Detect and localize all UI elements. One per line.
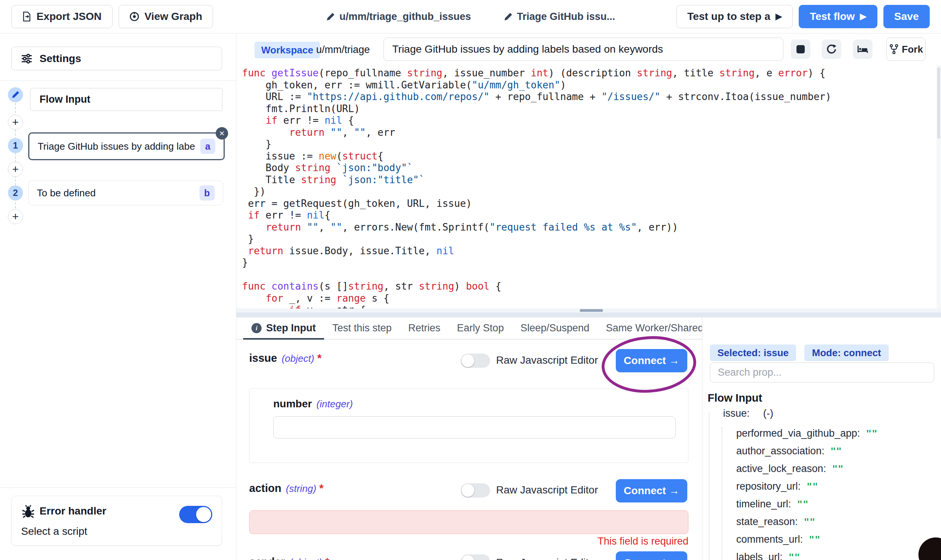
flow-title-edit[interactable]: Triage GitHub issu... <box>503 11 615 23</box>
script-path: u/mm/triage <box>316 44 370 56</box>
tree-indent-guide <box>709 412 710 560</box>
code-vertical-scrollbar[interactable] <box>936 65 941 308</box>
topbar: Export JSON View Graph u/mm/triage_githu… <box>0 0 941 34</box>
step-input-panel: i Step Input Test this step Retries Earl… <box>236 317 702 560</box>
tab-early-stop[interactable]: Early Stop <box>449 317 512 339</box>
remove-step-button[interactable]: ✕ <box>216 127 228 140</box>
flow-input-prop[interactable]: active_lock_reason:"" <box>736 460 878 478</box>
connect-panel: Selected: issue Mode: connect Flow Input… <box>702 317 941 560</box>
error-handler-card[interactable]: Error handler Select a script <box>11 496 222 546</box>
add-step-button[interactable]: + <box>8 115 23 130</box>
tab-retries[interactable]: Retries <box>400 317 449 339</box>
step-number: 2 <box>8 185 23 200</box>
flow-input-prop[interactable]: comments_url:"" <box>736 531 878 548</box>
save-button[interactable]: Save <box>883 5 930 28</box>
raw-editor-toggle-issue[interactable] <box>461 354 490 368</box>
action-input-invalid[interactable] <box>249 510 688 534</box>
flow-input-prop[interactable]: author_association:"" <box>736 442 878 460</box>
bed-icon <box>857 44 868 55</box>
raw-editor-label: Raw Javascript Editor <box>496 557 598 560</box>
test-up-to-step-button[interactable]: Test up to step a▶ <box>676 5 793 28</box>
connect-button-sender[interactable]: Connect → <box>616 551 687 560</box>
export-json-button[interactable]: Export JSON <box>11 5 113 28</box>
play-icon: ▶ <box>860 12 867 22</box>
git-fork-icon <box>889 44 899 55</box>
flow-input-prop[interactable]: state_reason:"" <box>736 513 878 531</box>
search-prop-input[interactable] <box>710 363 934 383</box>
flow-input-prop[interactable]: performed_via_github_app:"" <box>736 425 878 442</box>
view-graph-button[interactable]: View Graph <box>119 5 213 28</box>
refresh-icon <box>826 44 837 55</box>
bug-icon <box>21 504 35 520</box>
step-label: Triage GitHub issues by adding labels ..… <box>38 141 196 152</box>
error-handler-script[interactable]: Select a script <box>21 525 87 537</box>
eye-icon <box>130 12 139 22</box>
panel-splitter[interactable] <box>236 312 941 317</box>
play-icon: ▶ <box>775 12 782 22</box>
workspace-badge[interactable]: Workspace <box>255 42 320 58</box>
sidebar-divider <box>0 80 236 81</box>
tab-test-this-step[interactable]: Test this step <box>324 317 400 339</box>
refresh-button[interactable] <box>822 40 841 59</box>
stop-button[interactable] <box>791 40 810 59</box>
connect-button-action[interactable]: Connect → <box>616 479 687 503</box>
settings-button[interactable]: Settings <box>11 47 222 70</box>
flow-input-node[interactable]: Flow Input <box>30 88 222 111</box>
error-handler-toggle[interactable] <box>179 506 212 523</box>
pencil-icon <box>326 12 335 22</box>
flow-sidebar: Settings Flow Input + Triage GitHub issu… <box>0 34 236 560</box>
step-badge: a <box>200 139 215 154</box>
flow-input-root-issue[interactable]: issue:(-) <box>723 408 773 419</box>
sliders-icon <box>21 53 33 64</box>
stop-icon <box>796 45 805 54</box>
field-label-issue: issue(object)* <box>249 352 321 365</box>
tab-same-worker[interactable]: Same Worker/Shared dir <box>598 317 702 339</box>
flow-input-prop[interactable]: repository_url:"" <box>736 478 878 495</box>
add-step-button[interactable]: + <box>8 162 23 177</box>
step-number: 1 <box>8 138 23 153</box>
step-summary-input[interactable] <box>384 38 783 61</box>
pencil-icon <box>11 91 20 99</box>
pencil-icon <box>503 12 512 22</box>
flow-path-edit[interactable]: u/mm/triage_github_issues <box>326 11 471 23</box>
info-icon: i <box>251 323 262 333</box>
windmill-flow-editor: Export JSON View Graph u/mm/triage_githu… <box>0 0 941 560</box>
issue-object-card: number(integer) <box>249 389 688 463</box>
flow-input-heading: Flow Input <box>708 392 762 404</box>
step-badge: b <box>199 185 214 200</box>
flow-input-icon[interactable] <box>8 87 23 102</box>
breadcrumb: u/mm/triage_github_issues Triage GitHub … <box>326 0 616 34</box>
selected-badge: Selected: issue <box>710 345 796 361</box>
raw-editor-label: Raw Javascript Editor <box>496 484 598 496</box>
step-label: To be defined <box>37 187 195 199</box>
scrollbar-thumb[interactable] <box>580 309 603 312</box>
flow-input-prop[interactable]: timeline_url:"" <box>736 495 878 513</box>
connect-button-issue[interactable]: Connect → <box>616 349 687 372</box>
raw-editor-label: Raw Javascript Editor <box>496 354 598 366</box>
step-node-b[interactable]: To be defined b <box>28 180 223 205</box>
sleep-button[interactable] <box>853 40 873 59</box>
field-label-sender: sender(object)* <box>249 556 329 560</box>
raw-editor-toggle-action[interactable] <box>461 483 490 498</box>
number-input[interactable] <box>273 416 676 438</box>
test-flow-button[interactable]: Test flow▶ <box>799 5 877 28</box>
tab-sleep-suspend[interactable]: Sleep/Suspend <box>512 317 598 339</box>
add-step-button[interactable]: + <box>8 209 23 224</box>
field-label-action: action(string)* <box>249 482 324 495</box>
step-tabs: i Step Input Test this step Retries Earl… <box>236 317 702 340</box>
required-error-text: This field is required <box>249 535 688 547</box>
corner-cursor-artifact <box>918 537 941 560</box>
file-export-icon <box>22 12 31 22</box>
field-label-number: number(integer) <box>273 398 353 410</box>
code-horizontal-scrollbar[interactable] <box>236 308 941 312</box>
fork-button[interactable]: Fork <box>886 38 926 61</box>
raw-editor-toggle-sender[interactable] <box>461 554 490 560</box>
error-handler-title: Error handler <box>40 505 106 517</box>
step-editor-header: Workspace u/mm/triage Fork <box>236 34 941 65</box>
tree-indent-guide <box>722 427 722 560</box>
sidebar-divider <box>0 488 236 488</box>
flow-input-prop[interactable]: labels_url:"" <box>736 548 878 560</box>
tab-step-input[interactable]: i Step Input <box>243 317 324 339</box>
code-editor[interactable]: func getIssue(repo_fullname string, issu… <box>236 65 936 308</box>
step-node-a[interactable]: Triage GitHub issues by adding labels ..… <box>28 132 225 160</box>
